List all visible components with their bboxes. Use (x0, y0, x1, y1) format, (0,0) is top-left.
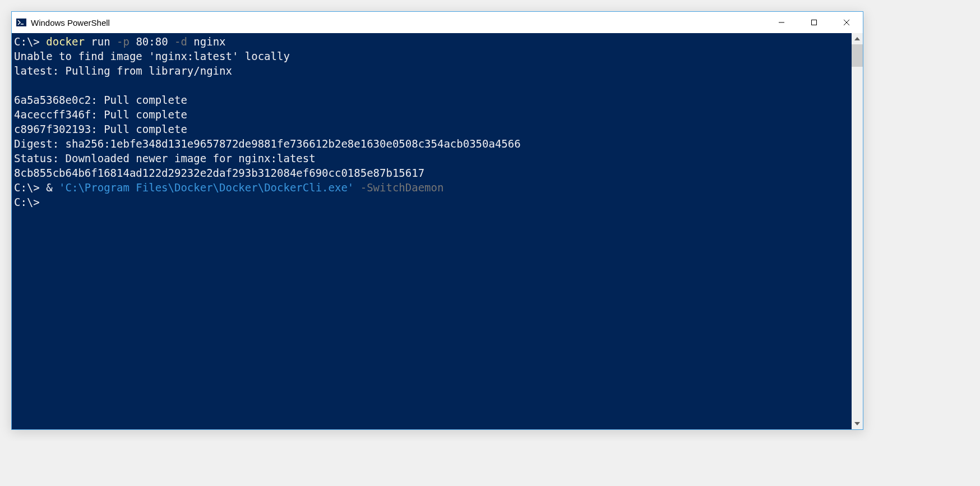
window-controls (765, 12, 863, 33)
terminal-line: Status: Downloaded newer image for nginx… (14, 151, 852, 166)
terminal-segment: c8967f302193: Pull complete (14, 123, 187, 135)
terminal-segment: 6a5a5368e0c2: Pull complete (14, 94, 187, 106)
terminal-line: latest: Pulling from library/nginx (14, 63, 852, 78)
terminal-segment: -SwitchDaemon (354, 181, 443, 194)
terminal-line: 8cb855cb64b6f16814ad122d29232e2daf293b31… (14, 166, 852, 180)
terminal-line: C:\> docker run -p 80:80 -d nginx (14, 34, 852, 49)
powershell-window: Windows PowerShell C:\> docker run -p 80… (11, 11, 863, 430)
terminal-segment: 8cb855cb64b6f16814ad122d29232e2daf293b31… (14, 167, 424, 179)
terminal-segment: C:\> (14, 35, 46, 48)
close-button[interactable] (830, 12, 863, 33)
terminal[interactable]: C:\> docker run -p 80:80 -d nginxUnable … (12, 33, 852, 429)
titlebar[interactable]: Windows PowerShell (12, 12, 863, 33)
terminal-line: C:\> (14, 195, 852, 209)
scrollbar[interactable] (852, 33, 863, 429)
terminal-line: 4aceccff346f: Pull complete (14, 107, 852, 122)
terminal-segment: 4aceccff346f: Pull complete (14, 108, 187, 121)
terminal-segment: latest: Pulling from library/nginx (14, 65, 232, 77)
terminal-segment: run (91, 35, 117, 48)
terminal-container: C:\> docker run -p 80:80 -d nginxUnable … (12, 33, 863, 429)
terminal-segment: -p (117, 35, 136, 48)
scroll-up-arrow[interactable] (852, 33, 863, 44)
maximize-button[interactable] (798, 12, 830, 33)
terminal-line: Unable to find image 'nginx:latest' loca… (14, 49, 852, 63)
svg-rect-3 (812, 20, 817, 25)
scroll-thumb[interactable] (852, 44, 863, 67)
terminal-line: 6a5a5368e0c2: Pull complete (14, 93, 852, 107)
terminal-segment: Unable to find image 'nginx:latest' loca… (14, 50, 290, 62)
terminal-segment: C:\> (14, 196, 40, 208)
window-title: Windows PowerShell (31, 18, 765, 27)
scroll-track[interactable] (852, 44, 863, 418)
terminal-line: Digest: sha256:1ebfe348d131e9657872de988… (14, 136, 852, 151)
terminal-segment: Status: Downloaded newer image for nginx… (14, 152, 316, 164)
terminal-segment: 80:80 (136, 35, 174, 48)
powershell-icon (16, 17, 26, 27)
terminal-line (14, 78, 852, 93)
terminal-line: c8967f302193: Pull complete (14, 122, 852, 136)
terminal-segment: Digest: sha256:1ebfe348d131e9657872de988… (14, 137, 521, 150)
terminal-segment: -d (174, 35, 193, 48)
terminal-line: C:\> & 'C:\Program Files\Docker\Docker\D… (14, 180, 852, 195)
terminal-segment: nginx (193, 35, 225, 48)
terminal-segment: C:\> & (14, 181, 59, 194)
terminal-segment: docker (46, 35, 91, 48)
svg-rect-0 (16, 19, 26, 26)
scroll-down-arrow[interactable] (852, 418, 863, 429)
minimize-button[interactable] (765, 12, 798, 33)
terminal-segment: 'C:\Program Files\Docker\Docker\DockerCl… (59, 181, 354, 194)
